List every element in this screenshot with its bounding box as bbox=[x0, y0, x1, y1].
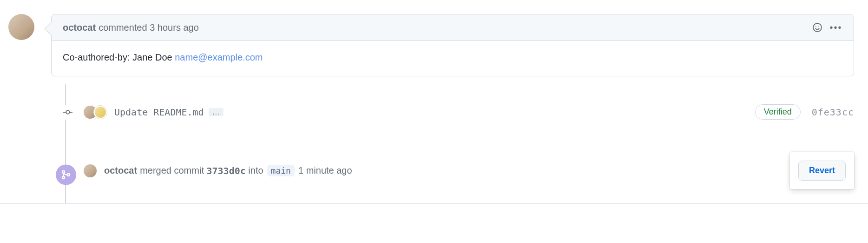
comment-text: Co-authored-by: Jane Doe bbox=[63, 52, 175, 62]
merge-event-row: octocat merged commit 3733d0c into main … bbox=[51, 152, 854, 203]
merge-action: merged commit bbox=[140, 165, 204, 176]
commit-message[interactable]: Update README.md bbox=[114, 107, 204, 118]
branch-label[interactable]: main bbox=[267, 165, 295, 176]
kebab-icon[interactable]: ••• bbox=[829, 21, 842, 34]
ellipsis-button[interactable]: … bbox=[209, 108, 224, 116]
comment-body: Co-authored-by: Jane Doe name@example.co… bbox=[52, 41, 854, 76]
comment-box: octocat commented 3 hours ago ••• Co-aut… bbox=[51, 14, 854, 76]
avatar[interactable] bbox=[8, 14, 34, 40]
comment-email-link[interactable]: name@example.com bbox=[175, 52, 263, 62]
commit-event-row: Update README.md … Verified 0fe33cc bbox=[51, 104, 854, 120]
commit-authors-avatars[interactable] bbox=[84, 106, 110, 119]
svg-point-2 bbox=[818, 26, 819, 27]
svg-point-1 bbox=[815, 26, 816, 27]
merge-author[interactable]: octocat bbox=[104, 165, 137, 176]
comment-action: commented bbox=[99, 22, 147, 33]
verified-badge[interactable]: Verified bbox=[755, 104, 801, 120]
merge-timestamp[interactable]: 1 minute ago bbox=[298, 165, 352, 176]
git-commit-icon bbox=[60, 105, 75, 120]
svg-point-7 bbox=[62, 176, 65, 179]
merge-into-text: into bbox=[248, 165, 263, 176]
git-merge-icon bbox=[56, 164, 76, 185]
svg-point-8 bbox=[67, 173, 70, 176]
revert-highlight: Revert bbox=[790, 152, 854, 189]
svg-point-3 bbox=[66, 110, 70, 114]
comment-author[interactable]: octocat bbox=[63, 22, 96, 33]
svg-point-0 bbox=[813, 23, 822, 32]
revert-button[interactable]: Revert bbox=[798, 161, 846, 181]
comment-header: octocat commented 3 hours ago ••• bbox=[52, 14, 854, 41]
merge-commit-hash[interactable]: 3733d0c bbox=[207, 165, 246, 176]
avatar[interactable] bbox=[84, 164, 97, 177]
comment-timestamp[interactable]: 3 hours ago bbox=[150, 22, 199, 33]
commit-hash-link[interactable]: 0fe33cc bbox=[812, 107, 854, 118]
avatar[interactable] bbox=[94, 106, 107, 119]
svg-point-6 bbox=[62, 170, 65, 173]
smiley-icon[interactable] bbox=[811, 21, 824, 34]
